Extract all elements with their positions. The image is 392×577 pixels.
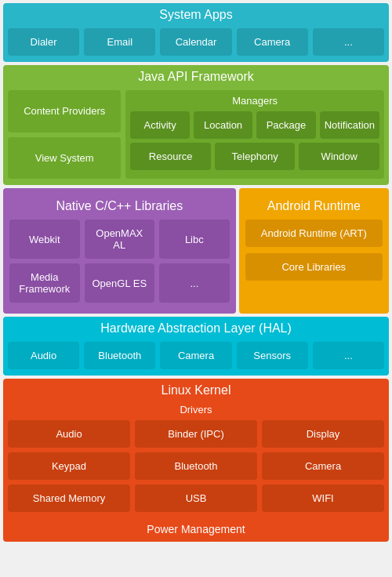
chip-keypad: Keypad [8, 452, 130, 480]
chip-core-libs: Core Libraries [245, 253, 383, 281]
java-left: Content Providers View System [8, 90, 121, 179]
chip-more-native: ... [159, 263, 230, 303]
chip-notification: Notification [320, 111, 379, 139]
chip-camera-sys: Camera [237, 28, 308, 56]
chip-content-providers: Content Providers [8, 90, 121, 132]
chip-opengl: OpenGL ES [85, 263, 155, 303]
system-apps-row: Dialer Email Calendar Camera ... [3, 28, 389, 62]
chip-display: Display [262, 420, 384, 448]
hal-title: Hardware Abstraction Layer (HAL) [3, 317, 389, 342]
chip-email: Email [84, 28, 155, 56]
system-apps-layer: System Apps Dialer Email Calendar Camera… [3, 3, 389, 62]
android-runtime-title: Android Runtime [245, 194, 383, 220]
chip-binder: Binder (IPC) [135, 420, 257, 448]
java-api-layer: Java API Framework Content Providers Vie… [3, 65, 389, 185]
chip-activity: Activity [130, 111, 189, 139]
managers-row2: Resource Telephony Window [130, 143, 379, 170]
kernel-row1: Audio Binder (IPC) Display [8, 420, 384, 448]
system-apps-title: System Apps [3, 3, 389, 28]
chip-media-fw: Media Framework [9, 263, 80, 303]
hal-layer: Hardware Abstraction Layer (HAL) Audio B… [3, 317, 389, 376]
kernel-row2: Keypad Bluetooth Camera [8, 452, 384, 480]
chip-telephony: Telephony [215, 143, 296, 170]
kernel-title: Linux Kernel [3, 379, 389, 404]
native-title: Native C/C++ Libraries [9, 194, 230, 220]
chip-audio-kernel: Audio [8, 420, 130, 448]
java-api-title: Java API Framework [3, 65, 389, 90]
kernel-layer: Linux Kernel Drivers Audio Binder (IPC) … [3, 379, 389, 542]
chip-more-sys: ... [313, 28, 384, 56]
middle-row: Native C/C++ Libraries Webkit OpenMAX AL… [3, 188, 389, 314]
chip-camera-kernel: Camera [262, 452, 384, 480]
chip-view-system: View System [8, 137, 121, 180]
native-row1: Webkit OpenMAX AL Libc [9, 220, 230, 259]
android-runtime-layer: Android Runtime Android Runtime (ART) Co… [239, 188, 389, 314]
chip-openmax: OpenMAX AL [85, 220, 155, 259]
chip-package: Package [256, 111, 315, 139]
chip-audio-hal: Audio [8, 342, 79, 369]
chip-art: Android Runtime (ART) [245, 220, 383, 247]
kernel-inner: Drivers Audio Binder (IPC) Display Keypa… [3, 404, 389, 512]
native-layer: Native C/C++ Libraries Webkit OpenMAX AL… [3, 188, 236, 314]
managers-title: Managers [130, 95, 379, 107]
kernel-row3: Shared Memory USB WIFI [8, 484, 384, 512]
managers-row1: Activity Location Package Notification [130, 111, 379, 139]
chip-usb: USB [135, 484, 257, 512]
chip-webkit: Webkit [9, 220, 80, 259]
chip-wifi: WIFI [262, 484, 384, 512]
power-management: Power Management [3, 517, 389, 542]
chip-camera-hal: Camera [160, 342, 231, 369]
chip-bluetooth-kernel: Bluetooth [135, 452, 257, 480]
native-row2: Media Framework OpenGL ES ... [9, 263, 230, 303]
chip-sensors-hal: Sensors [237, 342, 308, 369]
chip-bluetooth-hal: Bluetooth [84, 342, 155, 369]
java-inner: Content Providers View System Managers A… [3, 90, 389, 185]
java-right: Managers Activity Location Package Notif… [125, 90, 384, 179]
chip-location: Location [194, 111, 252, 139]
chip-more-hal: ... [313, 342, 384, 369]
chip-window: Window [299, 143, 379, 170]
drivers-title: Drivers [8, 404, 384, 416]
chip-dialer: Dialer [8, 28, 79, 56]
chip-shared-memory: Shared Memory [8, 484, 130, 512]
chip-calendar: Calendar [160, 28, 231, 56]
chip-resource: Resource [130, 143, 211, 170]
chip-libc: Libc [159, 220, 230, 259]
hal-row: Audio Bluetooth Camera Sensors ... [3, 342, 389, 376]
